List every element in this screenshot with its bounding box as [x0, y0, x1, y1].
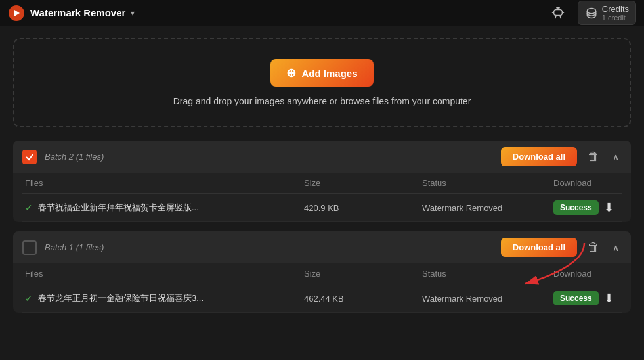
app-dropdown-icon[interactable]: ▾: [131, 9, 135, 18]
files-col-header: Files: [25, 178, 304, 188]
add-icon: ⊕: [286, 66, 296, 80]
batch-2-table-header: Files Size Status Download: [22, 173, 622, 194]
batch-section-2: Batch 2 (1 files) Download all 🗑 ∧ Files…: [13, 141, 631, 222]
batch-1-file-actions: Success ⬇: [553, 291, 619, 305]
batch-2-title: Batch 2 (1 files): [45, 152, 493, 162]
batch-1-table: Files Size Status Download ✓ 春节龙年正月初一金融保…: [13, 263, 631, 313]
app-title: Watermark Remover: [30, 7, 125, 18]
status-col-header-1: Status: [422, 269, 553, 279]
batch-2-checkbox[interactable]: [22, 150, 37, 164]
batch-2-trash-icon[interactable]: 🗑: [585, 150, 602, 164]
files-col-header-1: Files: [25, 269, 304, 279]
batch-1-file-download-button[interactable]: ⬇: [604, 291, 614, 305]
size-col-header: Size: [304, 178, 422, 188]
file-check-icon: ✓: [25, 202, 33, 213]
credits-button[interactable]: Credits 1 credit: [578, 1, 636, 25]
app-logo-icon: [8, 5, 25, 22]
credits-icon: [585, 7, 598, 20]
size-col-header-1: Size: [304, 269, 422, 279]
main-content: ⊕ Add Images Drag and drop your images a…: [0, 26, 644, 360]
batch-1-table-header: Files Size Status Download: [22, 263, 622, 284]
batch-1-chevron-icon[interactable]: ∧: [610, 242, 622, 253]
tool-icon[interactable]: [549, 4, 567, 22]
svg-line-3: [560, 15, 561, 18]
batch-2-file-status: Watermark Removed: [422, 203, 553, 213]
header-right: Credits 1 credit: [549, 1, 636, 25]
credits-info: Credits 1 credit: [602, 4, 629, 22]
credits-count: 1 credit: [602, 14, 629, 22]
download-col-header: Download: [553, 178, 619, 188]
status-col-header: Status: [422, 178, 553, 188]
drop-zone[interactable]: ⊕ Add Images Drag and drop your images a…: [13, 38, 631, 127]
add-images-button[interactable]: ⊕ Add Images: [270, 59, 373, 87]
batch-2-download-all-button[interactable]: Download all: [501, 147, 577, 166]
batch-1-success-badge: Success: [553, 291, 599, 305]
batch-2-file-name: ✓ 春节祝福企业新年拜年祝福贺卡全屏竖版...: [25, 202, 304, 214]
batch-2-header: Batch 2 (1 files) Download all 🗑 ∧: [13, 141, 631, 173]
table-row: ✓ 春节祝福企业新年拜年祝福贺卡全屏竖版... 420.9 KB Waterma…: [22, 194, 622, 222]
batch-2-file-size: 420.9 KB: [304, 203, 422, 213]
add-images-label: Add Images: [301, 68, 357, 79]
table-row: ✓ 春节龙年正月初一金融保险节日祝福喜庆3... 462.44 KB Water…: [22, 284, 622, 313]
batch-2-success-badge: Success: [553, 200, 599, 215]
file-check-icon-1: ✓: [25, 293, 33, 304]
batch-1-header: Batch 1 (1 files) Download all 🗑 ∧: [13, 231, 631, 263]
svg-point-6: [587, 8, 595, 13]
batch-1-title: Batch 1 (1 files): [45, 242, 493, 252]
credits-label: Credits: [602, 4, 629, 14]
batch-1-file-name-text: 春节龙年正月初一金融保险节日祝福喜庆3...: [38, 292, 204, 304]
batch-2-file-name-text: 春节祝福企业新年拜年祝福贺卡全屏竖版...: [38, 202, 199, 214]
batch-2-chevron-icon[interactable]: ∧: [610, 152, 622, 162]
drop-hint-text: Drag and drop your images anywhere or br…: [173, 96, 471, 106]
batch-2-file-download-button[interactable]: ⬇: [604, 200, 614, 215]
batch-1-file-name: ✓ 春节龙年正月初一金融保险节日祝福喜庆3...: [25, 292, 304, 304]
batch-1-checkbox[interactable]: [22, 240, 37, 255]
svg-line-2: [555, 15, 556, 18]
batch-1-download-all-button[interactable]: Download all: [501, 238, 577, 257]
batch-1-file-size: 462.44 KB: [304, 294, 422, 304]
batch-section-1: Batch 1 (1 files) Download all 🗑 ∧ Files…: [13, 231, 631, 313]
header-left: Watermark Remover ▾: [8, 5, 135, 22]
batch-1-trash-icon[interactable]: 🗑: [585, 240, 602, 254]
batch-1-file-status: Watermark Removed: [422, 294, 553, 304]
batch-2-table: Files Size Status Download ✓ 春节祝福企业新年拜年祝…: [13, 173, 631, 222]
batch-2-file-actions: Success ⬇: [553, 200, 619, 215]
app-header: Watermark Remover ▾ Credits 1 credit: [0, 0, 644, 26]
download-col-header-1: Download: [553, 269, 619, 279]
check-icon: [25, 152, 34, 162]
